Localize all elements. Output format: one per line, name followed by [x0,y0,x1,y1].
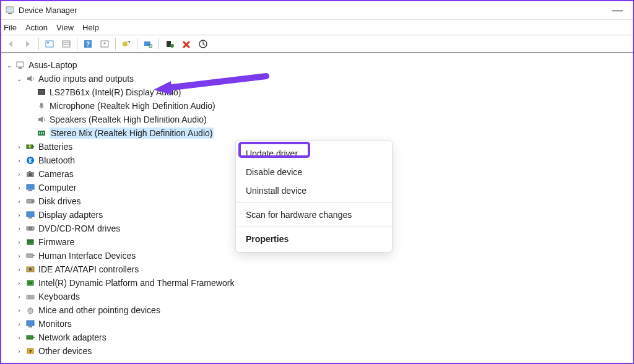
svg-rect-49 [28,282,32,284]
tree-cameras-label: Cameras [38,169,74,179]
context-update-driver[interactable]: Update driver [236,144,392,163]
tree-monitors[interactable]: › Monitors [4,317,630,331]
svg-rect-56 [28,326,32,327]
tree-other-label: Other devices [38,346,92,356]
other-device-icon: ? [25,346,36,356]
tree-display-audio-label: LS27B61x (Intel(R) Display Audio) [50,87,181,97]
svg-rect-28 [33,146,34,147]
computer-icon [25,183,36,193]
context-uninstall-device[interactable]: Uninstall device [236,181,392,200]
chevron-right-icon[interactable]: › [15,183,24,192]
uninstall-device-button[interactable] [179,37,194,51]
keyboard-icon [25,292,36,301]
show-hidden-button[interactable] [42,37,57,51]
chevron-right-icon[interactable]: › [15,292,24,301]
tree-display-adapters-label: Display adapters [38,210,103,220]
chevron-down-icon[interactable]: ⌄ [5,61,14,69]
titlebar: Device Manager — [1,1,633,20]
svg-rect-37 [27,212,34,217]
tree-stereo-mix[interactable]: Stereo Mix (Realtek High Definition Audi… [4,126,630,140]
forward-button[interactable] [20,37,35,51]
svg-rect-4 [47,42,49,43]
disable-device-button[interactable] [196,37,211,51]
tree-audio-label: Audio inputs and outputs [38,74,134,84]
update-driver-button[interactable] [119,37,134,51]
chevron-right-icon[interactable]: › [15,265,24,274]
svg-rect-44 [27,254,33,258]
tree-speakers[interactable]: Speakers (Realtek High Definition Audio) [4,113,630,126]
menu-view[interactable]: View [56,23,74,32]
tree-intel-dptf-label: Intel(R) Dynamic Platform and Thermal Fr… [38,278,234,288]
menu-file[interactable]: File [4,23,17,32]
chevron-right-icon[interactable]: › [15,170,24,178]
tree-ide[interactable]: › IDE ATA/ATAPI controllers [4,262,630,276]
tree-firmware-label: Firmware [38,237,74,247]
chevron-right-icon[interactable]: › [15,224,24,233]
display-adapter-icon [25,210,36,220]
back-button[interactable] [4,37,19,51]
chevron-right-icon[interactable]: › [15,156,24,165]
svg-text:?: ? [86,41,90,48]
context-disable-device[interactable]: Disable device [236,163,392,181]
tree-microphone-label: Microphone (Realtek High Definition Audi… [50,101,215,111]
firmware-icon [25,237,36,247]
chevron-right-icon[interactable]: › [15,142,24,151]
chevron-right-icon[interactable]: › [15,238,24,246]
tree-audio[interactable]: ⌄ Audio inputs and outputs [4,72,630,85]
chevron-right-icon[interactable]: › [15,210,24,219]
svg-point-31 [29,173,32,176]
tree-other[interactable]: › ? Other devices [4,344,630,358]
chevron-right-icon[interactable]: › [15,197,24,206]
chevron-right-icon[interactable]: › [15,306,24,314]
tree-root[interactable]: ⌄ Asus-Laptop [4,58,630,72]
tree-keyboards-label: Keyboards [38,292,80,301]
svg-rect-17 [17,62,24,67]
svg-rect-20 [38,90,45,94]
svg-rect-55 [27,321,34,326]
svg-rect-38 [28,217,32,219]
chevron-down-icon[interactable]: ⌄ [15,74,24,83]
minimize-button[interactable]: — [606,4,629,17]
chevron-right-icon[interactable]: › [15,333,24,342]
tree-monitors-label: Monitors [38,319,72,329]
device-manager-icon [5,6,15,15]
tree-network-label: Network adapters [38,332,106,342]
scan-hardware-button[interactable] [141,37,155,51]
speaker-icon [36,115,47,124]
context-properties[interactable]: Properties [236,230,392,248]
tree-disk-drives-label: Disk drives [38,196,80,206]
tree-ide-label: IDE ATA/ATAPI controllers [38,264,139,274]
help-button[interactable]: ? [80,37,95,51]
chevron-right-icon[interactable]: › [15,279,24,287]
tree-network[interactable]: › Network adapters [4,331,630,344]
camera-icon [25,169,36,179]
menubar: File Action View Help [1,20,633,35]
svg-point-15 [170,44,174,48]
menu-help[interactable]: Help [82,23,99,32]
svg-rect-1 [7,7,13,12]
properties-button[interactable] [59,37,74,51]
tree-keyboards[interactable]: › Keyboards [4,290,630,303]
audio-mixer-icon [36,128,47,138]
menu-divider [236,202,392,203]
tree-intel-dptf[interactable]: › Intel(R) Dynamic Platform and Thermal … [4,276,630,290]
tree-microphone[interactable]: Microphone (Realtek High Definition Audi… [4,99,630,113]
mouse-icon [25,305,36,315]
svg-rect-3 [46,41,53,47]
svg-rect-45 [33,255,35,256]
enable-device-button[interactable] [162,37,177,51]
action-button[interactable] [97,37,112,51]
svg-rect-21 [40,103,43,107]
menu-action[interactable]: Action [25,23,48,32]
tree-display-audio[interactable]: LS27B61x (Intel(R) Display Audio) [4,85,630,99]
context-scan-hardware[interactable]: Scan for hardware changes [236,206,392,224]
chevron-right-icon[interactable]: › [15,251,24,260]
svg-rect-57 [27,336,33,339]
tree-mice[interactable]: › Mice and other pointing devices [4,303,630,317]
tree-root-label: Asus-Laptop [28,60,77,70]
chevron-right-icon[interactable]: › [15,319,24,328]
battery-icon [25,142,36,152]
tree-stereo-mix-label: Stereo Mix (Realtek High Definition Audi… [50,128,214,139]
svg-rect-35 [27,199,34,203]
chevron-right-icon[interactable]: › [15,347,24,355]
